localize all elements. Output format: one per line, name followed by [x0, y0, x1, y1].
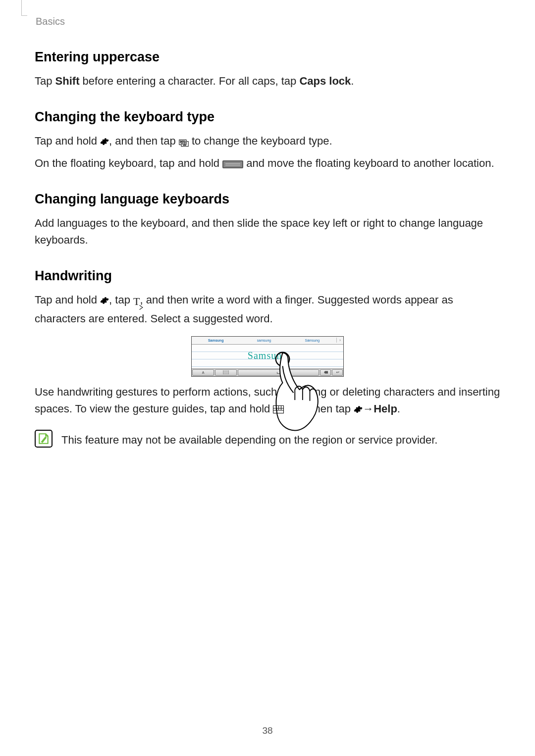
text: to change the keyboard type.	[189, 135, 332, 147]
note-text: This feature may not be available depend…	[61, 430, 437, 448]
note-icon	[35, 430, 53, 448]
keyboard-type-icon	[179, 134, 189, 151]
text: Use handwriting gestures to perform acti…	[35, 386, 500, 415]
gear-icon	[354, 402, 363, 419]
paragraph-kbtype-1: Tap and hold , and then tap to change th…	[35, 133, 500, 151]
text: .	[351, 75, 354, 87]
paragraph-kbtype-2: On the floating keyboard, tap and hold a…	[35, 155, 500, 172]
text: Tap and hold	[35, 135, 100, 147]
text: Tap	[35, 75, 55, 87]
text: .	[397, 403, 400, 415]
svg-rect-11	[185, 142, 187, 143]
handwriting-figure: Samsung samsung Sámsung › Samsung A ⌴	[191, 336, 344, 377]
heading-language-keyboards: Changing language keyboards	[35, 192, 500, 207]
note-block: This feature may not be available depend…	[35, 430, 500, 448]
breadcrumb: Basics	[36, 16, 65, 27]
keyboard-grid-icon	[273, 405, 284, 413]
drag-handle-icon	[222, 160, 243, 168]
svg-rect-15	[183, 145, 186, 146]
text: and move the floating keyboard to anothe…	[246, 157, 494, 169]
page-content: Entering uppercase Tap Shift before ente…	[35, 0, 500, 448]
key-keyboard-icon	[215, 369, 237, 376]
key-text-mode: A	[192, 369, 214, 376]
heading-keyboard-type: Changing the keyboard type	[35, 109, 500, 125]
suggestion-3: Sámsung	[288, 339, 336, 342]
svg-rect-9	[182, 142, 183, 143]
suggestion-2: samsung	[240, 339, 288, 342]
svg-rect-12	[182, 144, 183, 145]
gear-icon	[100, 134, 109, 151]
handwriting-mode-icon: T	[133, 293, 140, 310]
key-enter-icon	[332, 369, 343, 376]
bold-shift: Shift	[55, 75, 80, 87]
svg-rect-14	[185, 144, 187, 145]
paragraph-uppercase: Tap Shift before entering a character. F…	[35, 73, 500, 90]
suggestion-1: Samsung	[192, 339, 240, 342]
bold-help: Help	[374, 403, 397, 415]
svg-rect-10	[184, 142, 185, 143]
text: On the floating keyboard, tap and hold	[35, 157, 222, 169]
text: Tap and hold	[35, 294, 100, 306]
paragraph-language: Add languages to the keyboard, and then …	[35, 215, 500, 249]
hand-pointer-icon	[274, 351, 329, 433]
header-corner	[21, 0, 27, 16]
heading-entering-uppercase: Entering uppercase	[35, 50, 500, 65]
page-number: 38	[0, 725, 535, 736]
svg-rect-13	[184, 144, 185, 145]
paragraph-handwriting-1: Tap and hold , tap T, and then write a w…	[35, 292, 500, 327]
bold-capslock: Caps lock	[299, 75, 351, 87]
svg-rect-16	[223, 370, 229, 374]
gear-icon	[100, 293, 109, 310]
text: before entering a character. For all cap…	[79, 75, 299, 87]
text: , and then tap	[109, 135, 179, 147]
heading-handwriting: Handwriting	[35, 268, 500, 284]
suggestion-bar: Samsung samsung Sámsung ›	[192, 337, 343, 345]
suggestion-more-icon: ›	[336, 338, 343, 343]
arrow-right: →	[363, 401, 374, 417]
text: , tap	[109, 294, 133, 306]
paragraph-handwriting-2: Use handwriting gestures to perform acti…	[35, 384, 500, 419]
